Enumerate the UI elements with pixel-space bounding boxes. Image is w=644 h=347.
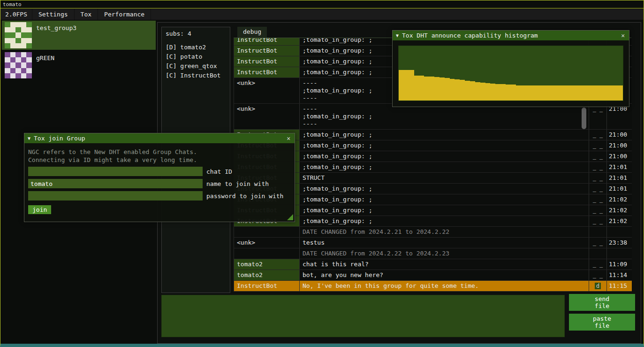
join-group-window-titlebar[interactable]: ▼ Tox join Group ✕ <box>24 133 295 143</box>
histogram-bar <box>541 85 546 100</box>
message-time: 21:00 <box>607 151 632 162</box>
join-button[interactable]: join <box>28 205 51 214</box>
resize-grip-icon[interactable] <box>287 214 293 220</box>
message-flags: _ _ <box>589 104 607 129</box>
histogram-bar <box>409 70 414 100</box>
histogram-window-body <box>393 40 629 107</box>
histogram-bar <box>465 81 470 100</box>
collapse-arrow-icon[interactable]: ▼ <box>28 136 30 141</box>
histogram-bar <box>572 85 577 100</box>
message-time: 21:00 <box>607 130 632 140</box>
tab-debug[interactable]: debug <box>237 27 267 38</box>
histogram-bar <box>582 85 587 100</box>
histogram-bar <box>506 85 511 100</box>
histogram-bar <box>445 78 450 100</box>
sender-name: InstructBot <box>234 281 300 291</box>
message-time: 21:00 <box>607 104 632 129</box>
member-item-InstructBot[interactable]: [C] InstructBot <box>166 71 226 80</box>
message-text: ----;tomato_in_group: ;---- <box>300 104 589 129</box>
close-icon[interactable]: ✕ <box>286 135 291 142</box>
send-file-label-line2: file <box>595 302 609 309</box>
join-fields: chat IDname to join withpassword to join… <box>28 167 291 200</box>
message-text: bot, are you new here? <box>300 270 589 280</box>
message-input[interactable] <box>161 295 565 337</box>
close-icon[interactable]: ✕ <box>620 32 626 39</box>
histogram-bar <box>613 85 618 100</box>
message-flags: _ _ <box>589 151 607 162</box>
histogram-plot <box>398 46 623 101</box>
collapse-arrow-icon[interactable]: ▼ <box>396 33 399 38</box>
window-title: tomato <box>3 1 22 8</box>
chat-message-row[interactable]: tomato2bot, are you new here?_ _11:14 <box>234 270 632 281</box>
message-time: 11:15 <box>607 281 632 291</box>
histogram-bar <box>602 85 607 100</box>
paste-file-label-line2: file <box>595 322 609 329</box>
message-time: 23:38 <box>607 238 632 248</box>
message-flags: _ _ <box>589 173 607 183</box>
member-item-green_qtox[interactable]: [C] green_qtox <box>166 62 226 71</box>
histogram-window: ▼ Tox DHT announce capability histogram … <box>392 30 629 107</box>
message-text: ;tomato_in_group: ; <box>300 151 589 162</box>
histogram-bar <box>598 85 603 100</box>
message-time: 11:09 <box>607 259 632 270</box>
name-to-join-with-input[interactable] <box>28 179 203 188</box>
histogram-bar <box>587 85 592 100</box>
histogram-bar <box>495 84 500 100</box>
histogram-bar <box>557 85 562 100</box>
date-changed-text: DATE CHANGED from 2024.2.21 to 2024.2.22 <box>300 227 589 237</box>
message-text: ;tomato_in_group: ; <box>300 130 589 140</box>
message-text: chat is this real? <box>300 259 589 270</box>
histogram-bar <box>490 84 495 100</box>
message-flags: _ _ <box>589 270 607 280</box>
date-changed-text: DATE CHANGED from 2024.2.22 to 2024.2.23 <box>300 248 589 259</box>
message-flags: _ _ <box>589 130 607 140</box>
message-flags: _ _ <box>589 194 607 205</box>
date-separator-row: DATE CHANGED from 2024.2.22 to 2024.2.23 <box>234 248 632 259</box>
join-group-window-body: NGC refers to the New DHT enabled Group … <box>24 143 295 222</box>
group-list: test_group3gREEN <box>0 21 157 80</box>
message-text: STRUCT <box>300 173 589 183</box>
histogram-bar <box>618 85 623 100</box>
menu-item-settings[interactable]: Settings <box>32 9 75 20</box>
sender-name: tomato2 <box>234 270 300 280</box>
paste-file-button[interactable]: paste file <box>569 314 635 331</box>
menu-item-tox[interactable]: Tox <box>75 9 98 20</box>
menubar-items: SettingsToxPerformance <box>32 9 151 20</box>
histogram-bar <box>455 79 460 100</box>
message-text: ;tomato_in_group: ; <box>300 205 589 216</box>
chat-message-row[interactable]: InstructBotNo, I've been in this group f… <box>234 281 632 292</box>
fps-counter: 2.0FPS <box>0 9 32 20</box>
join-group-window-title: Tox join Group <box>34 135 282 142</box>
chat-scrollbar[interactable] <box>582 108 586 129</box>
chat-message-row[interactable]: <unk>testus_ _23:38 <box>234 238 632 248</box>
message-text: No, I've been in this group for quite so… <box>300 281 589 291</box>
send-file-button[interactable]: send file <box>569 294 635 311</box>
member-item-tomato2[interactable]: [D] tomato2 <box>166 43 226 52</box>
sender-name: InstructBot <box>234 67 300 77</box>
message-text: ;tomato_in_group: ; <box>300 194 589 205</box>
histogram-bar <box>516 85 521 100</box>
ngc-info-line: Connecting via ID might take a very long… <box>28 156 291 164</box>
chat-message-row[interactable]: <unk>----;tomato_in_group: ;----_ _21:00 <box>234 104 632 130</box>
histogram-bar <box>399 70 404 100</box>
titlebar[interactable]: tomato <box>0 0 644 8</box>
histogram-bar <box>475 82 480 100</box>
histogram-bar <box>511 85 516 100</box>
message-flags: _ _ <box>589 140 607 151</box>
group-identicon <box>5 22 32 48</box>
chat-ID-input[interactable] <box>28 167 203 176</box>
message-flags: _ _ <box>589 259 607 270</box>
send-file-label-line1: send <box>595 295 609 302</box>
histogram-bar <box>470 81 475 100</box>
menu-item-performance[interactable]: Performance <box>98 9 151 20</box>
password-to-join-with-input[interactable] <box>28 191 203 200</box>
chat-message-row[interactable]: tomato2chat is this real?_ _11:09 <box>234 259 632 270</box>
app-window: tomato 2.0FPS SettingsToxPerformance tes… <box>0 0 644 347</box>
message-time: 21:00 <box>607 140 632 151</box>
histogram-window-titlebar[interactable]: ▼ Tox DHT announce capability histogram … <box>393 31 629 40</box>
group-item-test_group3[interactable]: test_group3 <box>2 21 156 50</box>
member-item-potato[interactable]: [C] potato <box>166 52 226 62</box>
histogram-window-title: Tox DHT announce capability histogram <box>402 32 617 39</box>
group-item-gREEN[interactable]: gREEN <box>2 51 156 80</box>
message-time: 21:02 <box>607 194 632 205</box>
